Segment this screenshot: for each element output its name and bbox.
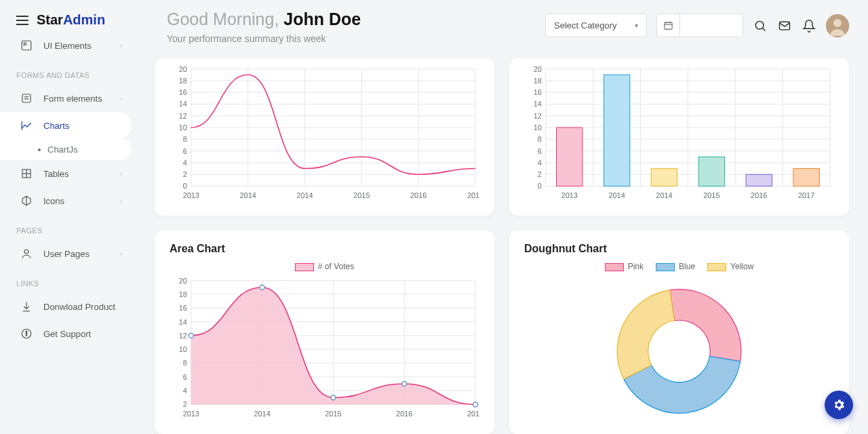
- header-right: Select Category ▾: [545, 14, 849, 37]
- sidebar-item-label: Get Support: [43, 329, 91, 339]
- svg-rect-1: [24, 43, 26, 45]
- legend-item: # of Votes: [295, 262, 354, 271]
- bar-chart: 0246810121416182020132014201420152016201…: [524, 64, 834, 203]
- svg-text:10: 10: [179, 123, 187, 132]
- sidebar-item-charts[interactable]: Charts: [0, 112, 132, 139]
- svg-text:2013: 2013: [183, 191, 199, 199]
- svg-text:20: 20: [179, 65, 187, 73]
- svg-text:2013: 2013: [183, 410, 199, 418]
- sidebar: StarAdmin UI Elements › FORMS AND DATAS …: [0, 0, 136, 434]
- svg-text:8: 8: [183, 135, 187, 143]
- svg-rect-85: [651, 169, 677, 186]
- select-category-label: Select Category: [554, 20, 617, 31]
- svg-text:14: 14: [179, 100, 187, 108]
- svg-text:2015: 2015: [325, 410, 341, 418]
- brand-admin: Admin: [63, 12, 105, 27]
- svg-text:20: 20: [534, 65, 542, 73]
- svg-point-21: [833, 19, 842, 27]
- date-input[interactable]: [680, 14, 743, 37]
- chevron-right-icon: ›: [120, 95, 122, 102]
- area-chart: 246810121416182020132014201520162017: [170, 275, 479, 422]
- brand: StarAdmin: [0, 12, 136, 32]
- line-chart: 0246810121416182020132014201420152016201…: [170, 64, 479, 203]
- svg-text:12: 12: [179, 112, 187, 120]
- svg-text:2014: 2014: [656, 191, 672, 199]
- brand-star: Star: [37, 12, 63, 27]
- svg-rect-13: [665, 22, 672, 29]
- svg-text:2014: 2014: [240, 191, 256, 199]
- sidebar-subitem-chartjs[interactable]: ChartJs: [0, 139, 132, 160]
- search-icon[interactable]: [753, 18, 768, 33]
- hamburger-icon[interactable]: [16, 16, 28, 25]
- doughnut-chart: [524, 275, 834, 422]
- card-title: Doughnut Chart: [524, 243, 834, 255]
- svg-text:4: 4: [538, 159, 542, 167]
- svg-rect-79: [557, 127, 583, 186]
- sidebar-item-form-elements[interactable]: Form elements ›: [0, 85, 136, 112]
- card-doughnut-chart: Doughnut Chart Pink Blue Yellow: [509, 231, 849, 434]
- chevron-right-icon: ›: [120, 170, 122, 178]
- sidebar-item-label: Charts: [43, 121, 69, 131]
- tables-icon: [20, 167, 33, 180]
- svg-rect-91: [746, 174, 772, 186]
- svg-rect-82: [604, 75, 629, 186]
- mail-icon[interactable]: [777, 18, 792, 33]
- sidebar-item-icons[interactable]: Icons ›: [0, 187, 136, 214]
- svg-text:6: 6: [183, 147, 187, 155]
- svg-text:14: 14: [534, 100, 542, 108]
- download-icon: [20, 300, 33, 313]
- sidebar-item-label: User Pages: [43, 249, 90, 259]
- greeting: Good Morning, John Doe Your performance …: [167, 9, 361, 44]
- legend-item: Blue: [656, 262, 695, 271]
- svg-point-129: [331, 395, 336, 400]
- svg-point-128: [260, 285, 264, 290]
- content-grid: 0246810121416182020132014201420152016201…: [136, 53, 868, 434]
- svg-text:10: 10: [534, 123, 542, 132]
- header: Good Morning, John Doe Your performance …: [136, 0, 868, 53]
- card-bar-chart: 0246810121416182020132014201420152016201…: [509, 58, 849, 216]
- brand-text[interactable]: StarAdmin: [37, 12, 105, 28]
- svg-text:0: 0: [183, 182, 187, 190]
- date-picker[interactable]: [656, 14, 743, 37]
- svg-text:2014: 2014: [608, 191, 625, 199]
- svg-rect-0: [22, 41, 31, 50]
- svg-text:2015: 2015: [353, 191, 370, 199]
- sidebar-item-label: Tables: [43, 169, 69, 179]
- sidebar-item-tables[interactable]: Tables ›: [0, 160, 136, 187]
- calendar-icon[interactable]: [657, 14, 680, 37]
- svg-text:6: 6: [183, 373, 187, 381]
- svg-text:12: 12: [534, 112, 542, 120]
- sidebar-item-download[interactable]: Donwload Product: [0, 293, 136, 320]
- sidebar-item-label: UI Elements: [43, 41, 92, 51]
- svg-text:14: 14: [179, 318, 187, 326]
- page-subtitle: Your performance summary this week: [167, 33, 361, 44]
- svg-text:2014: 2014: [254, 410, 270, 418]
- svg-point-131: [473, 402, 478, 407]
- svg-text:2: 2: [183, 170, 187, 178]
- card-title: Area Chart: [170, 243, 479, 255]
- area-legend: # of Votes: [170, 262, 479, 271]
- bell-icon[interactable]: [802, 18, 816, 33]
- sidebar-item-ui-elements[interactable]: UI Elements ›: [0, 32, 136, 59]
- svg-text:18: 18: [179, 290, 187, 298]
- avatar[interactable]: [826, 14, 849, 37]
- svg-text:16: 16: [534, 88, 542, 96]
- select-category-dropdown[interactable]: Select Category ▾: [545, 14, 647, 37]
- sidebar-item-support[interactable]: i Get Support: [0, 320, 136, 347]
- svg-text:0: 0: [538, 182, 542, 190]
- svg-text:4: 4: [183, 159, 187, 167]
- sidebar-item-label: Icons: [43, 196, 64, 206]
- svg-text:2015: 2015: [703, 191, 719, 199]
- svg-text:18: 18: [179, 77, 187, 85]
- legend-label: # of Votes: [318, 262, 354, 271]
- svg-text:16: 16: [179, 304, 187, 312]
- sidebar-item-user-pages[interactable]: User Pages ›: [0, 240, 136, 267]
- sidebar-heading-pages: PAGES: [0, 214, 136, 240]
- legend-item: Yellow: [707, 262, 753, 271]
- settings-fab[interactable]: [825, 391, 853, 419]
- svg-text:i: i: [26, 330, 28, 337]
- form-icon: [20, 92, 33, 104]
- sidebar-heading-forms: FORMS AND DATAS: [0, 59, 136, 85]
- svg-text:2017: 2017: [467, 410, 479, 418]
- main: Good Morning, John Doe Your performance …: [136, 0, 868, 434]
